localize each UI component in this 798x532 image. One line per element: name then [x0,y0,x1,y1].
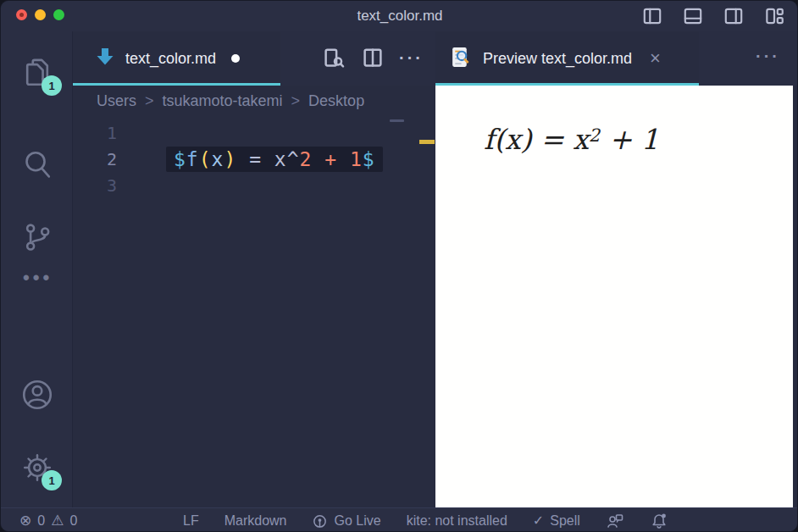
customize-layout-icon[interactable] [763,5,785,27]
warning-count: 0 [69,513,77,529]
breadcrumb: Users > tsukamoto-takemi > Desktop [97,92,364,110]
tab-label: Preview text_color.md [483,50,632,68]
error-icon: ⊗ [19,512,31,529]
code-token: f [186,148,199,170]
account-icon [19,377,55,413]
code-token: x [212,148,224,170]
code-token: = [236,148,274,170]
rendered-math-formula: f(x) = x2 + 1 [484,123,659,156]
activity-bar: 1 ••• [1,31,73,507]
minimap-line-mark [390,119,404,122]
modified-dot-icon[interactable] [231,54,240,63]
settings-badge: 1 [42,470,62,490]
code-token: ) [224,148,236,170]
breadcrumb-item-desktop[interactable]: Desktop [308,92,364,110]
explorer-badge: 1 [42,75,62,96]
breadcrumb-separator: > [291,92,301,110]
spell-label: Spell [550,513,580,529]
code-editor[interactable]: 1 2 $f(x) = x^2 + 1$ 3 [73,119,435,198]
more-actions-icon[interactable]: ··· [756,47,780,66]
code-token: 2 [300,148,313,170]
source-control-view-button[interactable] [19,219,55,255]
feedback-button[interactable] [606,512,624,530]
code-token: 1 [350,148,363,170]
person-feedback-icon [606,512,624,530]
close-tab-icon[interactable]: × [650,47,661,69]
editor-tab-bar: text_color.md · [73,31,435,86]
more-views-icon[interactable]: ••• [23,267,53,289]
code-line-1: 1 [73,119,435,146]
split-editor-icon[interactable] [360,45,385,70]
search-view-button[interactable] [19,147,55,182]
overview-ruler-modified-mark [419,140,435,144]
code-token: $ [363,148,375,170]
preview-group: Preview text_color.md × ··· f(x) = x2 + … [435,31,798,507]
code-token: x^ [274,148,300,170]
formula-exponent: 2 [589,125,600,146]
accounts-button[interactable] [19,377,55,413]
warning-icon: ⚠ [51,512,64,529]
line-number: 1 [73,123,130,143]
line-number: 3 [73,175,130,196]
vscode-window: text_color.md 1 [0,0,798,532]
git-branch-icon [19,219,55,255]
code-token: $ [174,148,186,170]
code-token: + [312,148,350,170]
toggle-panel-icon[interactable] [682,5,704,27]
breadcrumb-item-users[interactable]: Users [97,92,136,110]
language-mode-indicator[interactable]: Markdown [224,513,287,529]
open-preview-side-icon[interactable] [321,45,346,70]
markdown-preview-pane: f(x) = x2 + 1 [435,86,793,507]
explorer-view-button[interactable]: 1 [19,55,55,91]
check-icon: ✓ [533,513,544,529]
toggle-primary-sidebar-icon[interactable] [641,5,663,27]
more-actions-icon[interactable]: ··· [399,45,424,70]
formula-base: f(x) = x [484,123,589,156]
active-tab-indicator [73,83,280,86]
breadcrumb-separator: > [145,92,154,110]
code-line-2: 2 $f(x) = x^2 + 1$ [73,146,435,172]
editor-group: text_color.md · [73,31,435,507]
error-count: 0 [37,513,45,529]
preview-tab-bar: Preview text_color.md × ··· [435,31,798,86]
bell-icon [650,512,668,530]
search-icon [19,147,55,182]
status-bar: ⊗ 0 ⚠ 0 LF Markdown Go Live kite: not in [1,507,798,532]
preview-scrollbar-track[interactable] [793,86,798,507]
title-bar: text_color.md [1,1,798,31]
go-live-label: Go Live [334,513,380,529]
markdown-file-icon [95,47,115,70]
settings-button[interactable]: 1 [19,450,55,485]
markdown-preview-icon [449,46,472,72]
tab-preview-text-color-md[interactable]: Preview text_color.md × [435,31,699,86]
problems-indicator[interactable]: ⊗ 0 ⚠ 0 [19,512,77,529]
kite-status[interactable]: kite: not installed [407,513,507,529]
spell-checker-status[interactable]: ✓ Spell [533,513,580,529]
line-number: 2 [73,149,130,169]
go-live-button[interactable]: Go Live [312,513,380,529]
inline-math-span: $f(x) = x^2 + 1$ [166,147,383,172]
tab-label: text_color.md [125,50,216,68]
eol-indicator[interactable]: LF [183,513,199,529]
notifications-button[interactable] [650,512,668,530]
formula-rest: + 1 [600,123,659,156]
tab-text-color-md[interactable]: text_color.md [73,31,280,86]
toggle-secondary-sidebar-icon[interactable] [723,5,745,27]
code-line-3: 3 [73,172,435,198]
broadcast-icon [312,513,328,529]
code-content: $f(x) = x^2 + 1$ [130,148,383,170]
code-token: ( [199,148,212,170]
breadcrumb-item-user-folder[interactable]: tsukamoto-takemi [163,92,283,110]
